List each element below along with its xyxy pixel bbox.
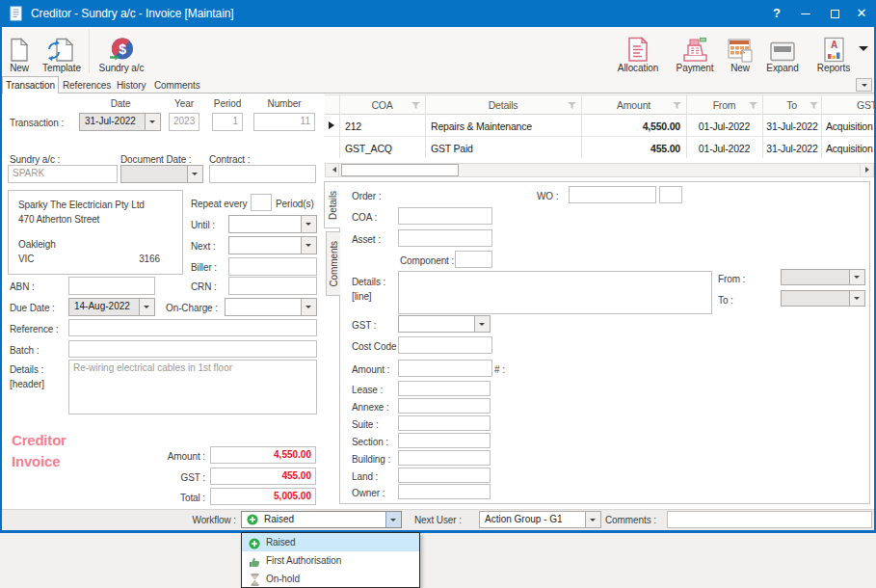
grid-header-gst[interactable]: GST [857, 99, 874, 111]
workflow-arrow[interactable] [385, 512, 401, 527]
wo-field[interactable] [569, 186, 656, 203]
gst-field[interactable]: 455.00 [210, 468, 316, 485]
annexe-field[interactable] [398, 398, 491, 414]
section-field[interactable] [398, 433, 491, 448]
window-border-bottom [0, 530, 876, 533]
contract-field[interactable] [209, 165, 316, 183]
filter-icon [568, 101, 576, 110]
owner-label: Owner : [352, 488, 385, 498]
year-field[interactable]: 2023 [169, 113, 199, 131]
new-button[interactable]: New [4, 30, 35, 73]
tab-history[interactable]: History [117, 80, 146, 91]
order-label: Order : [352, 191, 381, 201]
menu-item-first-authorisation[interactable]: First Authorisation [242, 551, 419, 570]
owner-field[interactable] [398, 484, 491, 499]
component-field[interactable] [455, 251, 492, 268]
line-amount-field[interactable] [398, 360, 492, 377]
cost-code-field[interactable] [398, 336, 492, 354]
allocation-button[interactable]: Allocation [611, 30, 665, 73]
suite-field[interactable] [398, 415, 491, 431]
biller-field[interactable] [228, 257, 317, 276]
minimize-button[interactable] [792, 0, 819, 27]
next-picker[interactable] [228, 236, 317, 254]
line-gst-label: GST : [352, 320, 376, 331]
reference-field[interactable] [68, 319, 317, 336]
next-user-arrow[interactable] [585, 512, 600, 527]
details-header-field[interactable]: Re-wiring electrical cables in 1st floor [68, 360, 317, 414]
new-grid-icon [725, 30, 756, 63]
until-label: Until : [191, 220, 215, 230]
line-from-arrow[interactable] [849, 270, 864, 284]
vtab-comments[interactable]: Comments [326, 231, 340, 296]
tab-references[interactable]: References [63, 80, 111, 91]
doc-type-line2: Invoice [12, 453, 60, 469]
sundry-ac-icon: $ [93, 30, 150, 63]
sundry-ac-field[interactable]: SPARK [8, 165, 118, 183]
next-arrow[interactable] [301, 237, 316, 254]
line-details-field[interactable] [398, 271, 712, 314]
line-from-label: From : [718, 274, 745, 284]
due-date-label: Due Date : [10, 303, 55, 313]
number-field[interactable]: 11 [253, 113, 315, 131]
help-button[interactable]: ? [763, 0, 790, 27]
new-expanded-button[interactable]: New [725, 30, 756, 73]
next-user-combo[interactable]: Action Group - G1 [479, 511, 601, 528]
raised-status-icon [247, 514, 258, 525]
template-button[interactable]: Template [39, 30, 85, 73]
titlebar: Creditor - Sundry a/c - Invoice [Maintai… [0, 0, 876, 27]
lease-field[interactable] [398, 381, 491, 396]
scroll-left-button[interactable] [326, 164, 339, 176]
line-from-picker[interactable] [781, 269, 865, 285]
date-dropdown-arrow[interactable] [145, 114, 160, 130]
tab-transaction[interactable]: Transaction [2, 76, 59, 94]
line-amount-label: Amount : [352, 364, 389, 375]
document-date-arrow[interactable] [187, 166, 202, 182]
transaction-date-picker[interactable]: 31-Jul-2022 [79, 113, 161, 131]
reports-button[interactable]: A Reports [811, 30, 856, 73]
line-gst-arrow[interactable] [474, 316, 490, 332]
payment-button[interactable]: Payment [672, 30, 718, 73]
line-coa-field[interactable] [398, 207, 492, 225]
sundry-ac-button[interactable]: $ Sundry a/c [93, 30, 150, 73]
asset-field[interactable] [398, 229, 492, 247]
abn-field[interactable] [68, 277, 155, 295]
close-button[interactable]: ✕ [848, 0, 875, 27]
workflow-comments-field[interactable] [667, 511, 872, 528]
workflow-combo[interactable]: Raised [241, 511, 402, 528]
menu-item-on-hold[interactable]: On-hold [242, 570, 419, 588]
scroll-right-button[interactable] [860, 164, 873, 176]
grid-header-details[interactable]: Details [425, 99, 581, 111]
vtab-details[interactable]: Details [324, 181, 340, 228]
land-field[interactable] [398, 468, 491, 483]
tabstrip-dropdown-button[interactable] [856, 78, 872, 92]
crn-field[interactable] [228, 277, 317, 295]
on-charge-picker[interactable] [225, 298, 317, 316]
batch-field[interactable] [68, 340, 317, 358]
due-date-arrow[interactable] [139, 299, 154, 315]
wo-field2[interactable] [659, 186, 682, 203]
until-arrow[interactable] [301, 216, 316, 232]
document-date-picker[interactable] [120, 165, 203, 183]
menu-item-raised[interactable]: Raised [242, 533, 419, 551]
on-charge-arrow[interactable] [301, 299, 316, 315]
line-gst-picker[interactable] [398, 315, 491, 333]
building-field[interactable] [398, 450, 491, 466]
maximize-button[interactable] [821, 0, 848, 27]
period-field[interactable]: 1 [212, 113, 243, 131]
repeat-period-field[interactable] [251, 194, 272, 211]
grid-header-amount[interactable]: Amount [581, 99, 686, 111]
total-field[interactable]: 5,005.00 [210, 488, 316, 505]
grid-hscrollbar[interactable] [325, 163, 874, 177]
reference-label: Reference : [10, 324, 59, 334]
scroll-thumb[interactable] [341, 164, 459, 176]
amount-field[interactable]: 4,550.00 [210, 446, 316, 464]
toolbar-overflow-button[interactable] [859, 46, 868, 56]
line-to-arrow[interactable] [849, 291, 864, 306]
expand-button[interactable]: Expand [761, 30, 804, 73]
until-picker[interactable] [228, 215, 317, 233]
line-to-picker[interactable] [781, 290, 865, 307]
due-date-picker[interactable]: 14-Aug-2022 [68, 298, 155, 316]
tab-comments[interactable]: Comments [154, 80, 200, 91]
filter-icon [411, 101, 420, 110]
abn-label: ABN : [10, 281, 35, 292]
